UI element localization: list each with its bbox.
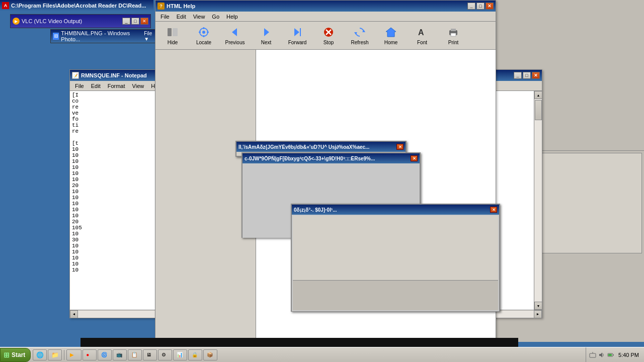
pkg-icon: 📦 xyxy=(207,352,213,357)
svg-marker-10 xyxy=(294,28,299,36)
html-help-maximize[interactable]: □ xyxy=(476,3,485,10)
taskbar-chart-icon[interactable]: 📊 xyxy=(173,349,187,360)
svg-rect-26 xyxy=(608,354,612,356)
system-tray: 5:40 PM xyxy=(586,347,644,362)
scroll-thumb[interactable] xyxy=(535,100,542,120)
taskbar-media-icon[interactable]: 📺 xyxy=(113,349,127,360)
scroll-left-btn[interactable]: ◄ xyxy=(70,310,78,318)
svg-rect-21 xyxy=(451,33,456,36)
vlc-close[interactable]: ✕ xyxy=(140,18,148,25)
html-help-minimize[interactable]: _ xyxy=(467,3,475,10)
print-icon xyxy=(447,26,459,38)
notepad-minimize[interactable]: _ xyxy=(514,72,522,79)
red-icon: ● xyxy=(86,352,89,357)
system-clock: 5:40 PM xyxy=(616,352,641,358)
refresh-button[interactable]: Refresh xyxy=(345,24,375,48)
taskbar-red-icon[interactable]: ● xyxy=(83,349,97,360)
html-help-menu-help[interactable]: Help xyxy=(223,13,241,21)
html-help-menu-edit[interactable]: Edit xyxy=(174,13,189,21)
html-help-title: HTML Help xyxy=(167,3,465,9)
next-button[interactable]: Next xyxy=(251,24,281,48)
dialog-3-close[interactable]: ✕ xyxy=(490,207,497,213)
next-icon xyxy=(260,26,272,38)
html-help-titlebar: ? HTML Help _ □ ✕ xyxy=(155,1,496,12)
html-help-menubar: File Edit View Go Help xyxy=(155,12,496,22)
taskbar-items: 🌐 📁 ▶ ● 🌀 📺 📋 🖥 xyxy=(33,347,586,362)
notepad-menu-file[interactable]: File xyxy=(72,82,87,90)
notepad-menu-edit[interactable]: Edit xyxy=(88,82,104,90)
photo-file-btn[interactable]: File ▼ xyxy=(144,31,156,42)
svg-point-3 xyxy=(202,31,205,34)
stop-icon xyxy=(323,26,335,38)
taskbar-folder-icon[interactable]: 📁 xyxy=(48,349,62,360)
locate-button[interactable]: Locate xyxy=(189,24,219,48)
taskbar-notepad-icon[interactable]: 📋 xyxy=(128,349,142,360)
desktop: A C:\Program Files\Adobe\Acrobat Reader … xyxy=(0,0,644,362)
acrobat-titlebar: A C:\Program Files\Adobe\Acrobat Reader … xyxy=(0,0,153,11)
forward-button[interactable]: Forward xyxy=(282,24,312,48)
dialog-3-content-bottom xyxy=(293,280,498,310)
taskbar-spin-icon[interactable]: 🌀 xyxy=(98,349,112,360)
chart-icon: 📊 xyxy=(177,352,183,357)
dialog-2-title: c-0JW*9ÕPÑ|gF[Ðbxyg²cQδ<-33+\g9D!H0¹□□ÉR… xyxy=(245,156,411,161)
dialog-1-close[interactable]: ✕ xyxy=(396,144,404,150)
html-help-menu-go[interactable]: Go xyxy=(209,13,222,21)
dialog-2-close[interactable]: ✕ xyxy=(411,155,418,161)
photo-title: THMBNAIL.PNG - Windows Photo... xyxy=(61,30,140,42)
html-help-icon: ? xyxy=(157,3,165,10)
windows-logo: ⊞ xyxy=(4,351,10,359)
spin-icon: 🌀 xyxy=(101,352,107,357)
home-button[interactable]: Home xyxy=(376,24,406,48)
ie-icon: 🌐 xyxy=(36,351,44,358)
notepad-vscrollbar[interactable]: ▲ ▼ xyxy=(534,91,542,310)
taskbar-ie-icon[interactable]: 🌐 xyxy=(33,349,47,360)
start-button[interactable]: ⊞ Start xyxy=(0,348,31,362)
taskbar-vlc-btn[interactable]: ▶ xyxy=(66,349,82,360)
tray-battery-icon xyxy=(607,351,614,358)
scroll-up-btn[interactable]: ▲ xyxy=(534,91,542,99)
notepad-menu-format[interactable]: Format xyxy=(105,82,128,90)
stop-button[interactable]: Stop xyxy=(313,24,344,48)
vlc-minimize[interactable]: _ xyxy=(122,18,130,25)
html-help-controls: _ □ ✕ xyxy=(467,3,494,10)
taskbar-gear-icon[interactable]: ⚙ xyxy=(158,349,172,360)
notepad-icon: 📝 xyxy=(72,72,79,79)
vlc-maximize[interactable]: □ xyxy=(131,18,139,25)
hide-button[interactable]: Hide xyxy=(157,24,188,48)
font-button[interactable]: A Font xyxy=(407,24,437,48)
html-help-toolbar: Hide Locate Previous Next xyxy=(155,22,496,50)
acrobat-title: C:\Program Files\Adobe\Acrobat Reader DC… xyxy=(11,3,146,9)
previous-icon xyxy=(229,26,241,38)
vlc-icon: ▶ xyxy=(13,18,20,25)
notepad-menu-view[interactable]: View xyxy=(129,82,147,90)
previous-button[interactable]: Previous xyxy=(220,24,250,48)
print-button[interactable]: Print xyxy=(438,24,468,48)
svg-text:A: A xyxy=(418,28,424,37)
media-icon: 📺 xyxy=(116,352,122,357)
html-help-menu-view[interactable]: View xyxy=(190,13,208,21)
scroll-down-btn[interactable]: ▼ xyxy=(534,302,542,310)
taskbar-pkg-icon[interactable]: 📦 xyxy=(203,349,217,360)
svg-marker-17 xyxy=(386,28,396,37)
html-help-close[interactable]: ✕ xyxy=(486,3,494,10)
svg-rect-27 xyxy=(613,354,614,355)
notepad-close[interactable]: ✕ xyxy=(532,72,540,79)
taskbar-monitor-icon[interactable]: 🖥 xyxy=(143,349,157,360)
vlc-taskbar-icon: ▶ xyxy=(70,352,74,357)
scroll-right-btn[interactable]: ► xyxy=(534,310,542,318)
vlc-window: ▶ VLC (VLC Video Output) _ □ ✕ xyxy=(10,14,151,28)
svg-rect-0 xyxy=(168,28,172,36)
taskbar-lock-icon[interactable]: 🔒 xyxy=(188,349,202,360)
home-icon xyxy=(385,26,397,38)
svg-rect-1 xyxy=(173,28,178,36)
monitor-icon: 🖥 xyxy=(146,352,151,357)
folder-icon: 📁 xyxy=(51,351,59,358)
notepad-restore[interactable]: □ xyxy=(523,72,531,79)
start-label: Start xyxy=(12,351,25,358)
locate-icon xyxy=(198,26,210,38)
tray-volume-icon[interactable] xyxy=(598,351,605,358)
bottom-black-bar xyxy=(80,338,518,347)
acrobat-icon: A xyxy=(2,2,9,9)
html-help-menu-file[interactable]: File xyxy=(157,13,173,21)
scroll-track[interactable] xyxy=(534,99,542,302)
